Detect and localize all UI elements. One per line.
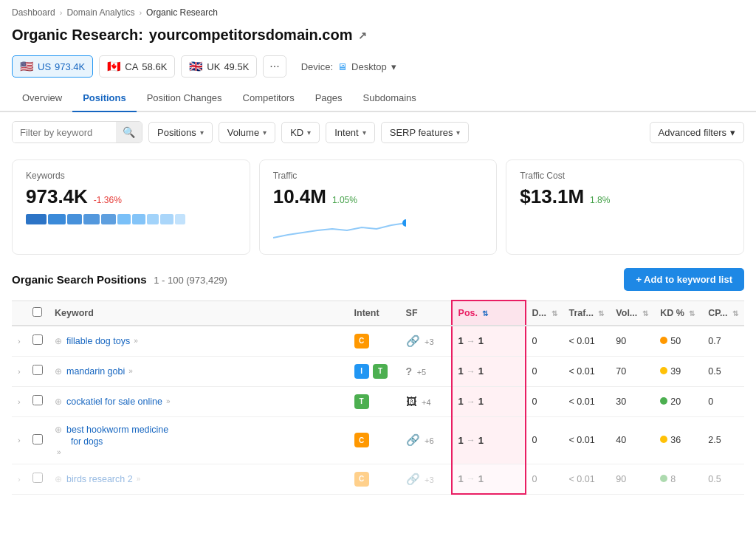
keyword-search-button[interactable]: 🔍: [116, 122, 142, 143]
table-section: Organic Search Positions 1 - 100 (973,42…: [0, 268, 756, 507]
tab-competitors[interactable]: Competitors: [233, 85, 305, 112]
add-to-keyword-list-button[interactable]: + Add to keyword list: [624, 268, 744, 291]
row-expand-2[interactable]: ›: [12, 356, 27, 386]
intent-chevron-icon: ▾: [362, 128, 366, 137]
row-traf-4: < 0.01: [563, 416, 611, 464]
table-row: › ⊕ mandarin gobi » I T: [12, 356, 744, 386]
table-row: › ⊕ birds research 2 » C: [12, 464, 744, 494]
keyword-link-3[interactable]: cockatiel for sale online: [66, 396, 162, 407]
row-intent-1: C: [348, 326, 400, 357]
keyword-sub-4: for dogs: [55, 436, 343, 447]
row-checkbox-1[interactable]: [32, 334, 43, 345]
keyword-arrows-4: »: [57, 448, 61, 456]
country-ca[interactable]: 🇨🇦 CA 58.6K: [99, 55, 175, 78]
kd-chevron-icon: ▾: [307, 128, 311, 137]
more-countries-button[interactable]: ···: [263, 55, 286, 78]
keyword-plus-icon-2: ⊕: [55, 366, 62, 377]
keywords-change: -1.36%: [94, 195, 122, 205]
row-check-4[interactable]: [27, 416, 49, 464]
row-checkbox-5[interactable]: [32, 473, 43, 483]
row-checkbox-4[interactable]: [32, 434, 43, 444]
external-link-icon[interactable]: ↗: [358, 30, 367, 41]
tab-positions[interactable]: Positions: [72, 85, 137, 112]
row-check-2[interactable]: [27, 356, 49, 386]
row-d-1: 0: [526, 326, 563, 357]
table-title: Organic Search Positions: [12, 273, 147, 286]
positions-table: Keyword Intent SF Pos. ⇅ D... ⇅: [12, 300, 744, 495]
th-cp[interactable]: CP... ⇅: [702, 301, 744, 326]
traffic-stat-card: Traffic 10.4M 1.05%: [259, 159, 498, 255]
kd-sort-icon: ⇅: [689, 309, 695, 317]
keyword-link-4[interactable]: best hookworm medicine: [66, 425, 168, 435]
device-icon: 🖥: [337, 61, 347, 72]
table-title-wrap: Organic Search Positions 1 - 100 (973,42…: [12, 273, 227, 286]
keyword-link-5[interactable]: birds research 2: [66, 474, 133, 484]
tab-subdomains[interactable]: Subdomains: [353, 85, 427, 112]
row-checkbox-2[interactable]: [32, 365, 43, 375]
breadcrumb: Dashboard › Domain Analytics › Organic R…: [0, 0, 756, 22]
row-check-3[interactable]: [27, 386, 49, 416]
select-all-checkbox[interactable]: [32, 307, 42, 317]
positions-chevron-icon: ▾: [200, 128, 204, 137]
row-d-2: 0: [526, 356, 563, 386]
th-kd[interactable]: KD % ⇅: [654, 301, 702, 326]
volume-filter-dropdown[interactable]: Volume ▾: [219, 122, 275, 143]
pos-arrow-5: →: [467, 473, 475, 484]
pos-to-5: 1: [478, 473, 484, 484]
th-vol[interactable]: Vol... ⇅: [610, 301, 654, 326]
row-expand-4[interactable]: ›: [12, 416, 27, 464]
keywords-stat-card: Keywords 973.4K -1.36%: [12, 159, 250, 255]
row-keyword-3: ⊕ cockatiel for sale online »: [49, 386, 348, 416]
sf-icon-4: 🔗: [406, 433, 420, 446]
row-traf-5: < 0.01: [563, 464, 611, 494]
kd-filter-dropdown[interactable]: KD ▾: [281, 122, 320, 143]
tab-overview[interactable]: Overview: [12, 85, 72, 112]
serp-features-filter-dropdown[interactable]: SERP features ▾: [381, 122, 470, 143]
positions-filter-dropdown[interactable]: Positions ▾: [148, 122, 213, 143]
table-count: 1 - 100 (973,429): [154, 275, 227, 286]
row-traf-2: < 0.01: [563, 356, 611, 386]
country-us[interactable]: 🇺🇸 US 973.4K: [12, 55, 93, 78]
th-keyword[interactable]: Keyword: [49, 301, 348, 326]
th-pos[interactable]: Pos. ⇅: [452, 301, 526, 326]
row-cp-4: 2.5: [702, 416, 744, 464]
flag-uk: 🇬🇧: [189, 60, 203, 73]
row-checkbox-3[interactable]: [32, 395, 43, 405]
th-traf[interactable]: Traf... ⇅: [563, 301, 611, 326]
vol-sort-icon: ⇅: [642, 309, 648, 317]
country-us-value: 973.4K: [55, 61, 85, 72]
traffic-cost-stat-card: Traffic Cost $13.1M 1.8%: [506, 159, 744, 255]
row-keyword-1: ⊕ fillable dog toys »: [49, 326, 348, 357]
traffic-change: 1.05%: [332, 195, 357, 205]
pos-to-1: 1: [478, 335, 484, 346]
page-title-static: Organic Research:: [12, 27, 143, 44]
keyword-link-1[interactable]: fillable dog toys: [66, 336, 130, 346]
tab-pages[interactable]: Pages: [305, 85, 353, 112]
country-uk[interactable]: 🇬🇧 UK 49.5K: [181, 55, 257, 78]
advanced-filters-button[interactable]: Advanced filters ▾: [650, 122, 745, 143]
device-selector[interactable]: Device: 🖥 Desktop ▾: [301, 61, 396, 72]
breadcrumb-dashboard[interactable]: Dashboard: [12, 7, 55, 18]
keyword-link-2[interactable]: mandarin gobi: [66, 366, 125, 377]
row-check-5[interactable]: [27, 464, 49, 494]
keyword-filter-input[interactable]: [13, 123, 116, 143]
th-intent[interactable]: Intent: [348, 301, 400, 326]
row-check-1[interactable]: [27, 326, 49, 357]
traffic-label: Traffic: [273, 171, 484, 181]
intent-badge-c-5: C: [354, 472, 369, 487]
row-expand-3[interactable]: ›: [12, 386, 27, 416]
th-sf[interactable]: SF: [400, 301, 452, 326]
breadcrumb-domain-analytics[interactable]: Domain Analytics: [66, 7, 134, 18]
tab-position-changes[interactable]: Position Changes: [137, 85, 233, 112]
row-intent-4: C: [348, 416, 400, 464]
row-expand-1[interactable]: ›: [12, 326, 27, 357]
device-value: Desktop: [351, 61, 387, 72]
keyword-arrows-5: »: [137, 475, 141, 483]
row-cp-3: 0: [702, 386, 744, 416]
flag-us: 🇺🇸: [20, 60, 34, 73]
row-expand-5[interactable]: ›: [12, 464, 27, 494]
device-label: Device:: [301, 61, 333, 72]
th-d[interactable]: D... ⇅: [526, 301, 563, 326]
intent-filter-dropdown[interactable]: Intent ▾: [326, 122, 375, 143]
row-keyword-2: ⊕ mandarin gobi »: [49, 356, 348, 386]
